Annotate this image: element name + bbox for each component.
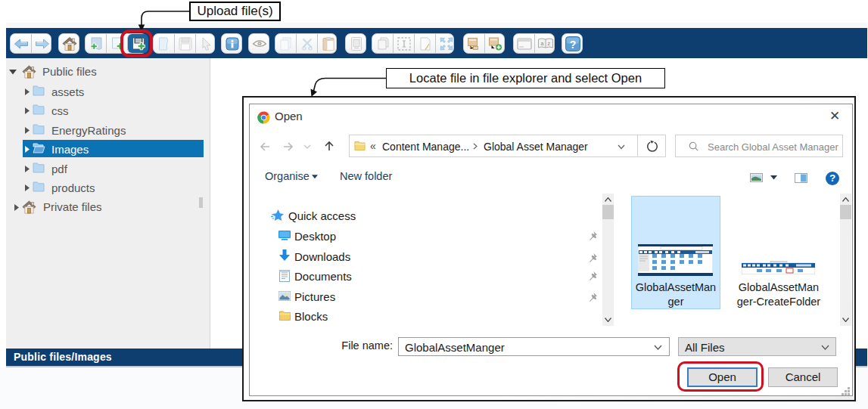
svg-text:a: a bbox=[540, 41, 543, 46]
svg-text:z: z bbox=[547, 41, 550, 46]
svg-text:?: ? bbox=[569, 38, 576, 50]
